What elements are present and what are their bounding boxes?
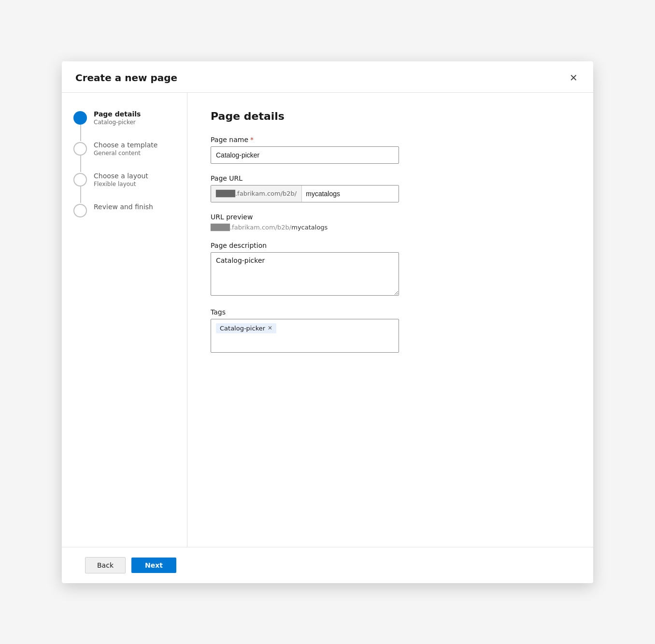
step-text-2: Choose a template General content	[94, 141, 157, 157]
page-description-label: Page description	[211, 242, 570, 249]
step-label-4: Review and finish	[94, 203, 153, 211]
create-page-dialog: Create a new page ✕ Page details Catalog…	[62, 61, 593, 583]
step-page-details[interactable]: Page details Catalog-picker	[73, 110, 175, 141]
step-label-1: Page details	[94, 110, 141, 118]
tag-remove-button[interactable]: ✕	[268, 325, 272, 331]
step-text-1: Page details Catalog-picker	[94, 110, 141, 126]
url-preview-group: URL preview ████.fabrikam.com/b2b/mycata…	[211, 213, 570, 231]
sidebar: Page details Catalog-picker Choose a tem…	[62, 93, 187, 547]
back-button[interactable]: Back	[85, 557, 126, 573]
close-button[interactable]: ✕	[568, 71, 580, 85]
tag-label: Catalog-picker	[220, 325, 265, 332]
section-title: Page details	[211, 110, 570, 122]
step-sublabel-3: Flexible layout	[94, 181, 148, 187]
url-preview-prefix: ████.fabrikam.com/b2b/	[211, 224, 291, 231]
step-sublabel-2: General content	[94, 150, 157, 157]
tags-label: Tags	[211, 308, 570, 316]
dialog-body: Page details Catalog-picker Choose a tem…	[62, 93, 593, 547]
url-preview-text: ████.fabrikam.com/b2b/mycatalogs	[211, 224, 570, 231]
page-name-group: Page name *	[211, 136, 570, 164]
page-name-input[interactable]	[211, 146, 399, 164]
dialog-footer: Back Next	[62, 547, 593, 583]
page-url-group: Page URL ████.fabrikam.com/b2b/	[211, 174, 570, 202]
tags-field[interactable]: Catalog-picker ✕	[211, 319, 399, 353]
step-circle-1	[73, 111, 87, 125]
step-circle-4	[73, 204, 87, 217]
step-circle-2	[73, 142, 87, 156]
step-choose-template[interactable]: Choose a template General content	[73, 141, 175, 172]
url-input[interactable]	[302, 186, 399, 202]
url-row: ████.fabrikam.com/b2b/	[211, 185, 399, 202]
dialog-header: Create a new page ✕	[62, 61, 593, 93]
dialog-title: Create a new page	[75, 72, 177, 84]
step-label-3: Choose a layout	[94, 172, 148, 180]
step-review-finish[interactable]: Review and finish	[73, 203, 175, 217]
step-label-2: Choose a template	[94, 141, 157, 149]
url-preview-value: mycatalogs	[291, 224, 328, 231]
step-text-4: Review and finish	[94, 203, 153, 211]
tag-chip-catalog-picker: Catalog-picker ✕	[216, 323, 276, 333]
url-preview-label: URL preview	[211, 213, 570, 221]
step-circle-3	[73, 173, 87, 186]
step-sublabel-1: Catalog-picker	[94, 119, 141, 126]
page-url-label: Page URL	[211, 174, 570, 182]
step-text-3: Choose a layout Flexible layout	[94, 172, 148, 187]
page-description-group: Page description Catalog-picker	[211, 242, 570, 298]
next-button[interactable]: Next	[131, 558, 176, 573]
page-name-label: Page name *	[211, 136, 570, 143]
tags-group: Tags Catalog-picker ✕	[211, 308, 570, 353]
page-description-input[interactable]: Catalog-picker	[211, 252, 399, 296]
main-content: Page details Page name * Page URL ████.f…	[187, 93, 593, 547]
step-choose-layout[interactable]: Choose a layout Flexible layout	[73, 172, 175, 203]
required-star: *	[250, 136, 254, 143]
url-prefix: ████.fabrikam.com/b2b/	[211, 186, 302, 202]
